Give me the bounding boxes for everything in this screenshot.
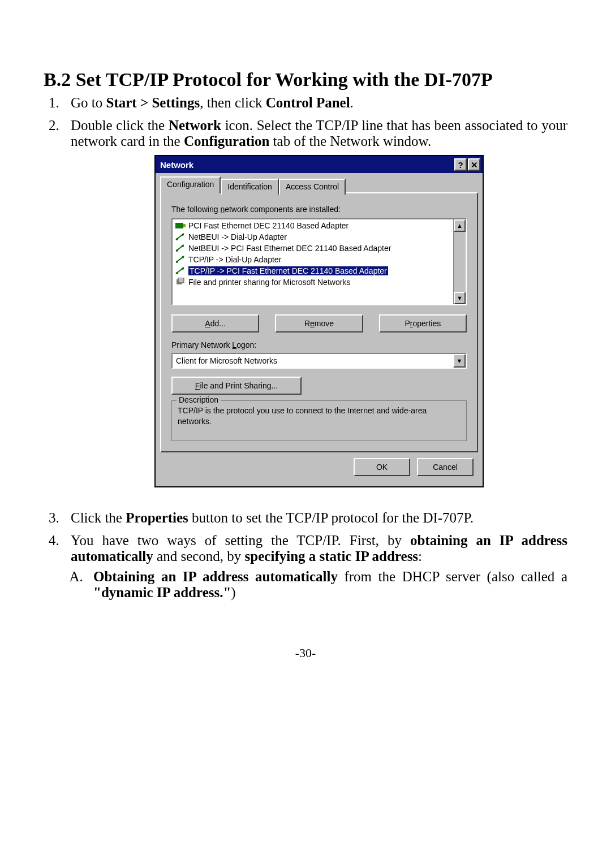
properties-button[interactable]: Properties (379, 314, 467, 332)
text: and second, by (153, 549, 245, 564)
svg-point-4 (182, 234, 184, 236)
text: . (350, 95, 354, 110)
tab-identification[interactable]: Identification (221, 179, 279, 195)
svg-point-7 (182, 245, 184, 247)
text-bold: Properties (126, 510, 188, 525)
help-button[interactable]: ? (454, 158, 467, 171)
add-button[interactable]: Add... (171, 314, 259, 332)
list-item-label: NetBEUI -> PCI Fast Ethernet DEC 21140 B… (188, 244, 391, 253)
text-bold: Control Panel (266, 95, 350, 110)
primary-logon-combo[interactable]: Client for Microsoft Networks ▼ (171, 353, 467, 369)
svg-point-13 (182, 267, 184, 270)
network-dialog: Network ? ✕ Configuration Identification… (154, 155, 484, 487)
tab-panel-configuration: The following network components are ins… (160, 192, 478, 452)
close-button[interactable]: ✕ (468, 158, 480, 171)
step-4: You have two ways of setting the TCP/IP.… (63, 533, 567, 601)
tab-configuration[interactable]: Configuration (160, 176, 221, 193)
text: Go to (71, 95, 106, 110)
text: ) (231, 585, 235, 600)
svg-rect-15 (178, 278, 184, 283)
step-2: Double click the Network icon. Select th… (63, 118, 567, 487)
svg-point-3 (176, 238, 178, 240)
text: Click the (71, 510, 126, 525)
components-label: The following network components are ins… (171, 205, 467, 214)
text-bold: Configuration (184, 133, 269, 149)
svg-point-6 (176, 249, 178, 252)
page-title: B.2 Set TCP/IP Protocol for Working with… (44, 69, 567, 90)
text-bold: "dynamic IP address." (93, 585, 231, 600)
file-and-print-sharing-button[interactable]: File and Print Sharing... (171, 377, 302, 395)
list-item-label: TCP/IP -> Dial-Up Adapter (188, 255, 281, 264)
text: You have two ways of setting the TCP/IP.… (71, 533, 410, 548)
list-item[interactable]: PCI Fast Ethernet DEC 21140 Based Adapte… (173, 220, 466, 231)
components-listbox[interactable]: PCI Fast Ethernet DEC 21140 Based Adapte… (171, 218, 467, 305)
instruction-list: Go to Start > Settings, then click Contr… (63, 95, 567, 601)
scrollbar[interactable]: ▲ ▼ (453, 219, 466, 304)
adapter-card-icon (175, 221, 186, 230)
svg-point-10 (182, 256, 184, 258)
text: tab of the Network window. (269, 133, 431, 149)
list-item[interactable]: TCP/IP -> Dial-Up Adapter (173, 254, 466, 265)
step-1: Go to Start > Settings, then click Contr… (63, 95, 567, 111)
page-number: -30- (44, 646, 567, 660)
cancel-button[interactable]: Cancel (417, 458, 474, 476)
step-4a: Obtaining an IP address automatically fr… (87, 569, 567, 601)
titlebar[interactable]: Network ? ✕ (156, 156, 483, 173)
text: button to set the TCP/IP protocol for th… (188, 510, 474, 525)
service-icon (175, 278, 186, 287)
list-item[interactable]: NetBEUI -> Dial-Up Adapter (173, 231, 466, 243)
dropdown-icon[interactable]: ▼ (453, 354, 466, 368)
svg-point-9 (176, 261, 178, 263)
protocol-icon (175, 255, 186, 264)
description-text: TCP/IP is the protocol you use to connec… (178, 405, 461, 427)
text-bold: Start > Settings (106, 95, 200, 110)
step-3: Click the Properties button to set the T… (63, 510, 567, 526)
list-item[interactable]: NetBEUI -> PCI Fast Ethernet DEC 21140 B… (173, 243, 466, 254)
text: , then click (200, 95, 266, 110)
remove-button[interactable]: Remove (275, 314, 363, 332)
description-groupbox: Description TCP/IP is the protocol you u… (171, 400, 467, 441)
ok-button[interactable]: OK (354, 458, 410, 476)
text-bold: Network (169, 118, 221, 133)
text: from the DHCP server (also called a (338, 569, 567, 584)
description-legend: Description (177, 395, 221, 404)
list-item-label: File and printer sharing for Microsoft N… (188, 278, 350, 287)
list-item-label: PCI Fast Ethernet DEC 21140 Based Adapte… (188, 221, 348, 230)
text-bold: Obtaining an IP address automatically (93, 569, 338, 584)
svg-point-12 (176, 272, 178, 274)
protocol-icon (175, 244, 186, 253)
scroll-up-button[interactable]: ▲ (454, 219, 466, 232)
text: : (418, 549, 422, 564)
svg-rect-0 (175, 223, 183, 228)
text-bold: specifying a static IP address (245, 549, 419, 564)
tab-access-control[interactable]: Access Control (279, 179, 346, 195)
list-item[interactable]: File and printer sharing for Microsoft N… (173, 277, 466, 288)
svg-rect-1 (183, 224, 186, 227)
protocol-icon (175, 266, 186, 275)
tab-strip: Configuration Identification Access Cont… (160, 176, 478, 193)
combo-value: Client for Microsoft Networks (176, 356, 277, 365)
list-item-label: NetBEUI -> Dial-Up Adapter (188, 232, 287, 241)
text: Double click the (71, 118, 169, 133)
list-item-selected[interactable]: TCP/IP -> PCI Fast Ethernet DEC 21140 Ba… (173, 265, 466, 277)
sub-list: Obtaining an IP address automatically fr… (87, 569, 567, 601)
protocol-icon (175, 232, 186, 241)
dialog-title: Network (160, 160, 193, 170)
scroll-down-button[interactable]: ▼ (454, 292, 466, 304)
list-item-label: TCP/IP -> PCI Fast Ethernet DEC 21140 Ba… (188, 266, 388, 275)
primary-logon-label: Primary Network Logon: (171, 340, 467, 349)
